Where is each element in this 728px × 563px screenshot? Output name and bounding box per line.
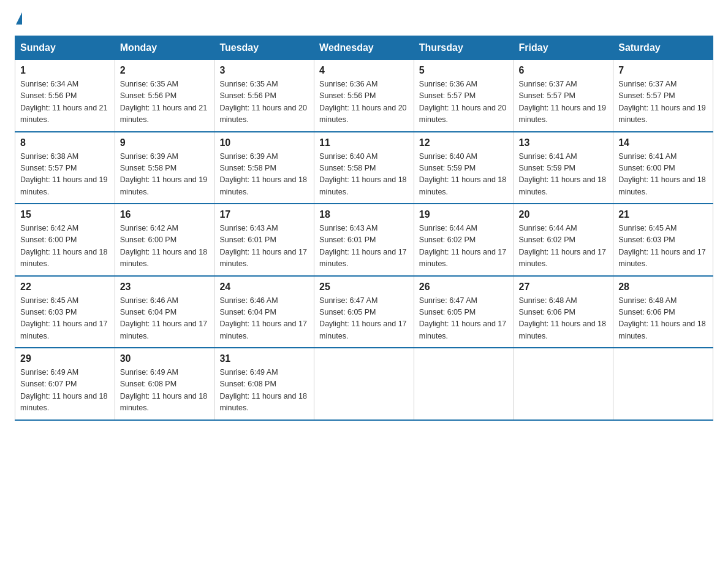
calendar-cell: 22Sunrise: 6:45 AMSunset: 6:03 PMDayligh…	[15, 276, 115, 348]
day-info: Sunrise: 6:37 AMSunset: 5:57 PMDaylight:…	[519, 79, 609, 126]
day-number: 3	[219, 65, 309, 76]
calendar-week-row: 15Sunrise: 6:42 AMSunset: 6:00 PMDayligh…	[15, 204, 713, 276]
calendar-cell: 4Sunrise: 6:36 AMSunset: 5:56 PMDaylight…	[314, 60, 414, 132]
day-info: Sunrise: 6:42 AMSunset: 6:00 PMDaylight:…	[20, 223, 110, 270]
day-number: 18	[319, 209, 409, 220]
day-number: 17	[219, 209, 309, 220]
calendar-cell	[514, 348, 613, 420]
day-info: Sunrise: 6:46 AMSunset: 6:04 PMDaylight:…	[120, 295, 210, 343]
day-info: Sunrise: 6:43 AMSunset: 6:01 PMDaylight:…	[319, 223, 409, 270]
calendar-cell: 10Sunrise: 6:39 AMSunset: 5:58 PMDayligh…	[214, 132, 314, 204]
day-number: 8	[20, 137, 110, 148]
weekday-header-monday: Monday	[115, 36, 214, 60]
day-info: Sunrise: 6:41 AMSunset: 6:00 PMDaylight:…	[618, 151, 708, 199]
day-number: 30	[120, 353, 210, 364]
calendar-week-row: 29Sunrise: 6:49 AMSunset: 6:07 PMDayligh…	[15, 348, 713, 420]
day-info: Sunrise: 6:41 AMSunset: 5:59 PMDaylight:…	[519, 151, 609, 199]
day-number: 12	[419, 137, 509, 148]
calendar-cell	[314, 348, 414, 420]
calendar-cell: 30Sunrise: 6:49 AMSunset: 6:08 PMDayligh…	[115, 348, 214, 420]
day-number: 23	[120, 282, 210, 293]
calendar-cell: 16Sunrise: 6:42 AMSunset: 6:00 PMDayligh…	[115, 204, 214, 276]
weekday-header-thursday: Thursday	[414, 36, 514, 60]
day-number: 5	[419, 65, 509, 76]
day-number: 29	[20, 353, 110, 364]
calendar-week-row: 8Sunrise: 6:38 AMSunset: 5:57 PMDaylight…	[15, 132, 713, 204]
calendar-cell: 6Sunrise: 6:37 AMSunset: 5:57 PMDaylight…	[514, 60, 613, 132]
weekday-header-sunday: Sunday	[15, 36, 115, 60]
day-number: 24	[219, 282, 309, 293]
calendar-cell: 15Sunrise: 6:42 AMSunset: 6:00 PMDayligh…	[15, 204, 115, 276]
day-info: Sunrise: 6:49 AMSunset: 6:08 PMDaylight:…	[120, 367, 210, 415]
day-info: Sunrise: 6:44 AMSunset: 6:02 PMDaylight:…	[519, 223, 609, 270]
day-info: Sunrise: 6:47 AMSunset: 6:05 PMDaylight:…	[319, 295, 409, 343]
calendar-cell: 19Sunrise: 6:44 AMSunset: 6:02 PMDayligh…	[414, 204, 514, 276]
day-number: 7	[618, 65, 708, 76]
weekday-header-tuesday: Tuesday	[214, 36, 314, 60]
day-info: Sunrise: 6:45 AMSunset: 6:03 PMDaylight:…	[618, 223, 708, 270]
logo-triangle-icon	[16, 12, 22, 25]
calendar-week-row: 1Sunrise: 6:34 AMSunset: 5:56 PMDaylight…	[15, 60, 713, 132]
day-info: Sunrise: 6:39 AMSunset: 5:58 PMDaylight:…	[219, 151, 309, 199]
day-number: 16	[120, 209, 210, 220]
day-number: 9	[120, 137, 210, 148]
calendar-cell: 14Sunrise: 6:41 AMSunset: 6:00 PMDayligh…	[613, 132, 713, 204]
calendar-cell: 29Sunrise: 6:49 AMSunset: 6:07 PMDayligh…	[15, 348, 115, 420]
logo	[15, 15, 22, 23]
day-number: 31	[219, 353, 309, 364]
day-info: Sunrise: 6:40 AMSunset: 5:58 PMDaylight:…	[319, 151, 409, 199]
calendar-cell: 23Sunrise: 6:46 AMSunset: 6:04 PMDayligh…	[115, 276, 214, 348]
day-number: 2	[120, 65, 210, 76]
calendar-cell: 17Sunrise: 6:43 AMSunset: 6:01 PMDayligh…	[214, 204, 314, 276]
page-header	[15, 15, 713, 23]
day-info: Sunrise: 6:42 AMSunset: 6:00 PMDaylight:…	[120, 223, 210, 270]
day-number: 10	[219, 137, 309, 148]
calendar-table: SundayMondayTuesdayWednesdayThursdayFrid…	[15, 36, 713, 421]
day-info: Sunrise: 6:47 AMSunset: 6:05 PMDaylight:…	[419, 295, 509, 343]
calendar-cell: 18Sunrise: 6:43 AMSunset: 6:01 PMDayligh…	[314, 204, 414, 276]
calendar-cell: 1Sunrise: 6:34 AMSunset: 5:56 PMDaylight…	[15, 60, 115, 132]
day-number: 26	[419, 282, 509, 293]
day-info: Sunrise: 6:49 AMSunset: 6:08 PMDaylight:…	[219, 367, 309, 415]
day-info: Sunrise: 6:44 AMSunset: 6:02 PMDaylight:…	[419, 223, 509, 270]
day-info: Sunrise: 6:40 AMSunset: 5:59 PMDaylight:…	[419, 151, 509, 199]
calendar-cell: 11Sunrise: 6:40 AMSunset: 5:58 PMDayligh…	[314, 132, 414, 204]
day-number: 13	[519, 137, 609, 148]
day-info: Sunrise: 6:49 AMSunset: 6:07 PMDaylight:…	[20, 367, 110, 415]
calendar-cell: 7Sunrise: 6:37 AMSunset: 5:57 PMDaylight…	[613, 60, 713, 132]
day-number: 22	[20, 282, 110, 293]
calendar-cell: 13Sunrise: 6:41 AMSunset: 5:59 PMDayligh…	[514, 132, 613, 204]
day-number: 20	[519, 209, 609, 220]
calendar-cell: 28Sunrise: 6:48 AMSunset: 6:06 PMDayligh…	[613, 276, 713, 348]
calendar-cell: 24Sunrise: 6:46 AMSunset: 6:04 PMDayligh…	[214, 276, 314, 348]
day-number: 25	[319, 282, 409, 293]
calendar-cell: 26Sunrise: 6:47 AMSunset: 6:05 PMDayligh…	[414, 276, 514, 348]
day-info: Sunrise: 6:48 AMSunset: 6:06 PMDaylight:…	[519, 295, 609, 343]
day-info: Sunrise: 6:45 AMSunset: 6:03 PMDaylight:…	[20, 295, 110, 343]
day-info: Sunrise: 6:46 AMSunset: 6:04 PMDaylight:…	[219, 295, 309, 343]
calendar-week-row: 22Sunrise: 6:45 AMSunset: 6:03 PMDayligh…	[15, 276, 713, 348]
calendar-cell: 8Sunrise: 6:38 AMSunset: 5:57 PMDaylight…	[15, 132, 115, 204]
calendar-cell: 5Sunrise: 6:36 AMSunset: 5:57 PMDaylight…	[414, 60, 514, 132]
day-number: 27	[519, 282, 609, 293]
calendar-cell: 21Sunrise: 6:45 AMSunset: 6:03 PMDayligh…	[613, 204, 713, 276]
day-info: Sunrise: 6:37 AMSunset: 5:57 PMDaylight:…	[618, 79, 708, 126]
calendar-cell: 12Sunrise: 6:40 AMSunset: 5:59 PMDayligh…	[414, 132, 514, 204]
day-number: 28	[618, 282, 708, 293]
calendar-cell: 9Sunrise: 6:39 AMSunset: 5:58 PMDaylight…	[115, 132, 214, 204]
day-info: Sunrise: 6:35 AMSunset: 5:56 PMDaylight:…	[219, 79, 309, 126]
day-info: Sunrise: 6:39 AMSunset: 5:58 PMDaylight:…	[120, 151, 210, 199]
calendar-cell: 31Sunrise: 6:49 AMSunset: 6:08 PMDayligh…	[214, 348, 314, 420]
weekday-header-wednesday: Wednesday	[314, 36, 414, 60]
calendar-cell	[613, 348, 713, 420]
calendar-cell: 2Sunrise: 6:35 AMSunset: 5:56 PMDaylight…	[115, 60, 214, 132]
day-number: 1	[20, 65, 110, 76]
weekday-header-friday: Friday	[514, 36, 613, 60]
calendar-cell: 3Sunrise: 6:35 AMSunset: 5:56 PMDaylight…	[214, 60, 314, 132]
day-info: Sunrise: 6:36 AMSunset: 5:56 PMDaylight:…	[319, 79, 409, 126]
weekday-header-saturday: Saturday	[613, 36, 713, 60]
calendar-header-row: SundayMondayTuesdayWednesdayThursdayFrid…	[15, 36, 713, 60]
day-number: 11	[319, 137, 409, 148]
day-info: Sunrise: 6:38 AMSunset: 5:57 PMDaylight:…	[20, 151, 110, 199]
day-number: 21	[618, 209, 708, 220]
